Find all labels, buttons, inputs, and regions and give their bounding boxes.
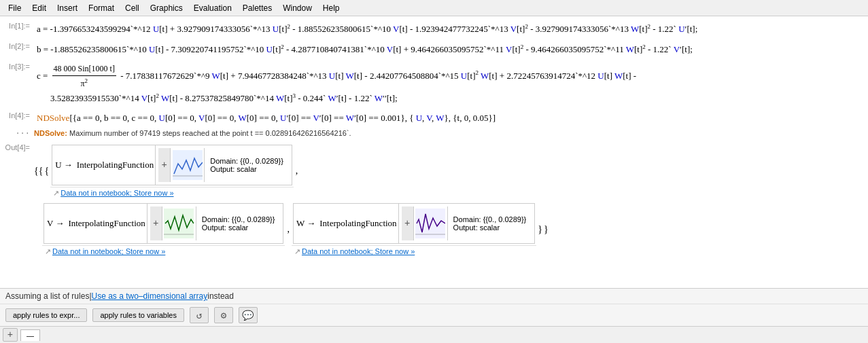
w-interp-text: InterpolatingFunction <box>318 218 398 229</box>
w-store-bar: ↗ Data not in notebook; Store now » <box>292 245 536 257</box>
out4-label: Out[4]= <box>0 142 34 151</box>
menu-format[interactable]: Format <box>83 2 120 14</box>
u-info: Domain: {{0., 0.0289}} Output: scalar <box>205 154 289 176</box>
u-output: Output: scalar <box>210 165 283 173</box>
w-output: Output: scalar <box>453 223 527 232</box>
inner-open: { <box>44 166 49 177</box>
u-interp-text: InterpolatingFunction <box>75 160 155 170</box>
menu-edit[interactable]: Edit <box>27 2 52 14</box>
w-interp-container: W → InterpolatingFunction + <box>292 202 536 257</box>
u-store-link[interactable]: Data not in notebook; Store now » <box>60 189 173 197</box>
warning-text: NDSolve: Maximum number of 97419 steps r… <box>34 129 351 137</box>
menu-palettes[interactable]: Palettes <box>237 2 277 14</box>
u-arrow: U → <box>52 160 75 170</box>
v-interp-box: V → InterpolatingFunction + <box>44 203 283 244</box>
u-domain: Domain: {{0., 0.0289}} <box>210 157 283 165</box>
menu-insert[interactable]: Insert <box>52 2 83 14</box>
v-wave-icon <box>164 209 194 238</box>
u-icon <box>171 148 205 182</box>
menubar: File Edit Insert Format Cell Graphics Ev… <box>0 0 868 16</box>
cell-in3: In[3]:= c = 48 000 Sin[1000 t] π2 - 7.17… <box>0 60 868 109</box>
v-store-bar: ↗ Data not in notebook; Store now » <box>42 245 285 257</box>
v-expand-btn[interactable]: + <box>150 206 162 240</box>
w-domain: Domain: {{0., 0.0289}} <box>453 215 527 223</box>
notebook-content: In[1]:= a = -1.3976653243599294`*^12 U[t… <box>0 16 868 264</box>
v-output: Output: scalar <box>202 223 275 232</box>
w-info: Domain: {{0., 0.0289}} Output: scalar <box>448 213 532 234</box>
u-store-bar: ↗ Data not in notebook; Store now » <box>50 187 294 199</box>
w-expand-btn[interactable]: + <box>402 206 414 240</box>
w-store-icon: ↗ <box>294 247 300 256</box>
u-expand-btn[interactable]: + <box>158 148 171 182</box>
in2-content[interactable]: b = -1.885526235800615`*^10 U[t] - 7.309… <box>34 41 868 58</box>
output-row: Out[4]= {{ { U → InterpolatingFunction + <box>0 139 868 261</box>
comma1: , <box>296 166 298 177</box>
open-brace: {{ <box>34 166 43 177</box>
menu-evaluation[interactable]: Evaluation <box>188 2 237 14</box>
in1-label: In[1]:= <box>0 20 34 30</box>
v-info: Domain: {{0., 0.0289}} Output: scalar <box>196 213 281 234</box>
inner-close: } <box>538 224 542 235</box>
u-wave-icon <box>173 150 203 180</box>
cell-in1: In[1]:= a = -1.3976653243599294`*^12 U[t… <box>0 19 868 39</box>
v-icon <box>162 206 196 240</box>
close-brace: } <box>544 224 549 235</box>
comma2: , <box>287 224 290 235</box>
v-domain: Domain: {{0., 0.0289}} <box>202 215 275 223</box>
v-store-link[interactable]: Data not in notebook; Store now » <box>52 247 165 255</box>
v-store-icon: ↗ <box>45 247 51 256</box>
u-interp-container: U → InterpolatingFunction + <box>50 143 294 199</box>
in3-label: In[3]:= <box>0 61 34 71</box>
cell-in4: In[4]:= NDSolve[{a == 0, b == 0, c == 0,… <box>0 109 868 128</box>
menu-file[interactable]: File <box>3 2 27 14</box>
w-arrow: W → <box>294 218 318 229</box>
in4-label: In[4]:= <box>0 110 34 120</box>
warning-label: NDSolve: <box>34 129 67 137</box>
w-interp-box: W → InterpolatingFunction + <box>293 203 535 244</box>
v-interp-text: InterpolatingFunction <box>67 218 146 229</box>
u-store-icon: ↗ <box>53 189 59 198</box>
menu-help[interactable]: Help <box>317 2 345 14</box>
in1-content[interactable]: a = -1.3976653243599294`*^12 U[t] + 3.92… <box>34 20 868 38</box>
w-icon <box>414 206 448 240</box>
warning-dots: ··· <box>0 129 34 139</box>
menu-window[interactable]: Window <box>277 2 317 14</box>
v-arrow: V → <box>44 218 67 229</box>
cell-in2: In[2]:= b = -1.885526235800615`*^10 U[t]… <box>0 39 868 60</box>
in3-content[interactable]: c = 48 000 Sin[1000 t] π2 - 7.1783811767… <box>34 61 868 107</box>
w-store-link[interactable]: Data not in notebook; Store now » <box>302 247 415 255</box>
warning-message: Maximum number of 97419 steps reached at… <box>69 129 351 137</box>
menu-cell[interactable]: Cell <box>120 2 145 14</box>
in2-label: In[2]:= <box>0 41 34 50</box>
menu-graphics[interactable]: Graphics <box>145 2 188 14</box>
warning-row: ··· NDSolve: Maximum number of 97419 ste… <box>0 128 868 139</box>
w-wave-icon <box>415 209 445 238</box>
v-interp-container: V → InterpolatingFunction + <box>42 202 285 257</box>
in4-content[interactable]: NDSolve[{a == 0, b == 0, c == 0, U[0] ==… <box>34 110 868 127</box>
u-interp-box: U → InterpolatingFunction + <box>52 145 292 185</box>
